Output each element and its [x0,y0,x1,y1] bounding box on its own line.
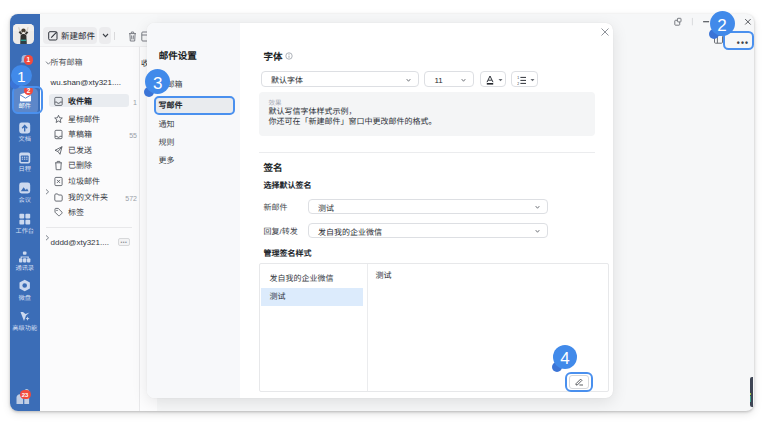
svg-text:1: 1 [517,76,519,80]
svg-text:2: 2 [517,81,519,84]
